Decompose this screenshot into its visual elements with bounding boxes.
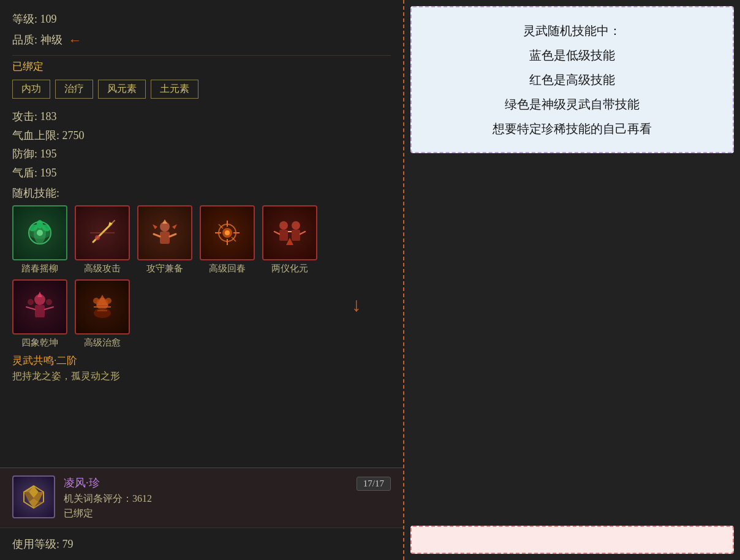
item-count-badge: 17/17 xyxy=(357,477,391,491)
svg-point-3 xyxy=(37,230,43,236)
defense-line: 防御: 195 xyxy=(12,145,391,164)
skill-icon-2 xyxy=(75,205,130,260)
skill-icon-inner-1 xyxy=(13,206,66,259)
info-line-4: 绿色是神级灵武自带技能 xyxy=(426,92,718,116)
attack-line: 攻击: 183 xyxy=(12,107,391,126)
quality-line: 品质: 神级 ← xyxy=(12,29,391,51)
svg-point-39 xyxy=(46,299,52,305)
bound-label: 已绑定 xyxy=(12,59,391,74)
skill-item-2: 高级攻击 xyxy=(75,205,130,274)
skill-item-7: 高级治愈 xyxy=(75,279,130,349)
info-box: 灵武随机技能中： 蓝色是低级技能 红色是高级技能 绿色是神级灵武自带技能 想要特… xyxy=(410,6,734,153)
skill-item-1: 踏春摇柳 xyxy=(12,205,67,274)
svg-point-38 xyxy=(28,299,34,305)
skills-row-1: 踏春摇柳 xyxy=(12,205,391,274)
skill-label-2: 高级攻击 xyxy=(84,263,121,274)
skill-label-7: 高级治愈 xyxy=(84,337,121,349)
skill-icon-1 xyxy=(12,205,67,260)
skill-label-4: 高级回春 xyxy=(209,263,246,274)
svg-line-33 xyxy=(300,232,305,234)
item-score: 机关词条评分：3612 xyxy=(64,493,391,505)
separator-1 xyxy=(12,55,391,56)
skill-item-4: 高级回春 xyxy=(200,205,255,274)
random-skills-label: 随机技能: xyxy=(12,186,391,200)
resonance-line: 灵武共鸣·二阶 xyxy=(12,354,391,368)
hp-line: 气血上限: 2750 xyxy=(12,126,391,145)
svg-marker-18 xyxy=(172,224,177,229)
svg-rect-13 xyxy=(160,232,170,244)
svg-line-42 xyxy=(45,307,53,309)
skill-icon-3 xyxy=(137,205,192,260)
svg-rect-29 xyxy=(279,230,288,241)
skill-item-3: 攻守兼备 xyxy=(137,205,192,274)
tags-row: 内功 治疗 风元素 土元素 xyxy=(12,80,391,99)
skill-icon-6 xyxy=(12,279,67,335)
left-panel: 等级: 109 品质: 神级 ← 已绑定 内功 治疗 风元素 土元素 攻击: 1… xyxy=(0,0,404,560)
shield-line: 气盾: 195 xyxy=(12,164,391,183)
skill-label-1: 踏春摇柳 xyxy=(21,263,58,274)
svg-point-28 xyxy=(279,221,288,230)
skill-icon-4 xyxy=(200,205,255,260)
skill-icon-inner-3 xyxy=(138,206,191,259)
svg-point-44 xyxy=(94,308,111,318)
info-line-5: 想要特定珍稀技能的自己再看 xyxy=(426,116,718,141)
skill-icon-5 xyxy=(262,205,317,260)
skill-icon-inner-7 xyxy=(76,281,129,333)
svg-point-21 xyxy=(225,230,230,235)
right-panel: 灵武随机技能中： 蓝色是低级技能 红色是高级技能 绿色是神级灵武自带技能 想要特… xyxy=(404,0,740,560)
svg-marker-16 xyxy=(162,219,167,224)
skills-row-2: 四象乾坤 xyxy=(12,279,391,349)
svg-rect-31 xyxy=(292,230,300,241)
item-details: 凌风·珍 机关词条评分：3612 已绑定 xyxy=(64,475,391,520)
svg-line-32 xyxy=(274,232,279,234)
skill-label-6: 四象乾坤 xyxy=(21,337,58,349)
use-level-text: 使用等级: 79 xyxy=(12,538,74,550)
level-line: 等级: 109 xyxy=(12,10,391,29)
tag-neigong: 内功 xyxy=(12,80,50,99)
svg-point-47 xyxy=(105,298,111,304)
item-card: 凌风·珍 机关词条评分：3612 已绑定 17/17 xyxy=(0,467,403,528)
main-container: 等级: 109 品质: 神级 ← 已绑定 内功 治疗 风元素 土元素 攻击: 1… xyxy=(0,0,740,560)
skill-item-6: 四象乾坤 xyxy=(12,279,67,349)
skill-icon-7 xyxy=(75,279,130,335)
right-middle xyxy=(404,159,740,520)
pink-box xyxy=(410,526,734,554)
skill-icon-inner-4 xyxy=(201,206,254,259)
info-line-3: 红色是高级技能 xyxy=(426,67,718,92)
info-line-2: 蓝色是低级技能 xyxy=(426,43,718,67)
partial-text: 把持龙之姿，孤灵动之形 xyxy=(12,370,391,383)
tag-tuyuansu: 土元素 xyxy=(151,80,198,99)
tag-fengyuansu: 风元素 xyxy=(98,80,146,99)
skill-item-5: 两仪化元 xyxy=(262,205,317,274)
quality-text: 品质: 神级 xyxy=(12,31,62,50)
skill-label-5: 两仪化元 xyxy=(271,263,308,274)
svg-point-10 xyxy=(95,235,100,240)
item-name: 凌风·珍 xyxy=(64,475,391,490)
arrow-right-icon: ← xyxy=(69,29,82,51)
item-card-bound: 已绑定 xyxy=(64,507,391,520)
item-icon-box xyxy=(12,475,55,518)
svg-marker-17 xyxy=(153,224,157,229)
info-line-1: 灵武随机技能中： xyxy=(426,18,718,43)
svg-line-15 xyxy=(170,234,176,236)
svg-point-6 xyxy=(37,220,43,229)
svg-point-46 xyxy=(93,298,99,304)
skill-icon-inner-5 xyxy=(263,206,316,259)
tag-zhiliao: 治疗 xyxy=(55,80,93,99)
skill-icon-inner-6 xyxy=(13,281,66,333)
skill-icon-inner-2 xyxy=(76,206,129,259)
use-level: 使用等级: 79 xyxy=(0,528,403,560)
item-info: 等级: 109 品质: 神级 ← 已绑定 内功 治疗 风元素 土元素 攻击: 1… xyxy=(0,0,403,467)
skill-label-3: 攻守兼备 xyxy=(146,263,183,274)
svg-point-30 xyxy=(292,221,300,230)
svg-line-41 xyxy=(26,307,35,309)
svg-rect-37 xyxy=(35,305,45,317)
svg-line-14 xyxy=(154,234,160,236)
